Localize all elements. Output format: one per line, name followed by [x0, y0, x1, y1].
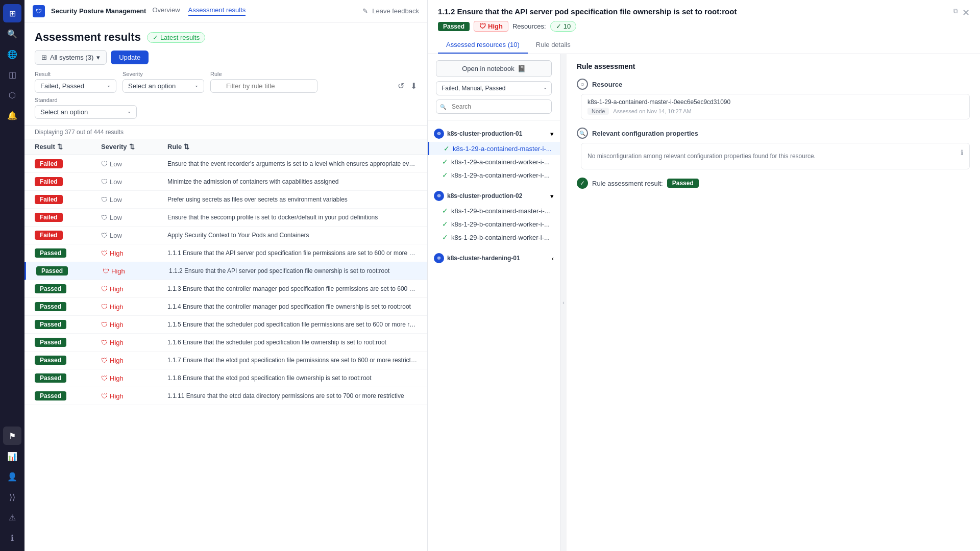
- sidebar-icon-user[interactable]: 👤: [3, 467, 21, 486]
- download-button[interactable]: ⬇: [410, 81, 417, 91]
- severity-filter-select[interactable]: Select an option: [122, 79, 204, 93]
- nav-assessment-results[interactable]: Assessment results: [188, 6, 246, 16]
- result-badge: Passed: [35, 356, 66, 365]
- sidebar-icon-info[interactable]: ℹ: [3, 529, 21, 547]
- result-badge: Failed: [35, 213, 63, 222]
- result-column-header: Result ⇅: [35, 143, 101, 151]
- severity-cell: 🛡 Low: [101, 160, 167, 168]
- tab-rule-details[interactable]: Rule details: [528, 37, 579, 54]
- result-badge: Passed: [35, 320, 66, 329]
- sidebar-icon-search[interactable]: 🔍: [3, 24, 21, 43]
- table-row[interactable]: Passed 🛡 High 1.1.8 Ensure that the etcd…: [24, 369, 427, 387]
- node-name: k8s-1-29-a-containerd-worker-i-...: [451, 171, 554, 179]
- nav-overview[interactable]: Overview: [152, 6, 180, 16]
- feedback-btn[interactable]: ✎ Leave feedback: [362, 7, 419, 15]
- app-title: Security Posture Management: [51, 7, 146, 15]
- table-row[interactable]: Passed 🛡 High 1.1.6 Ensure that the sche…: [24, 334, 427, 352]
- resource-assessed-date: Assessed on Nov 14, 10:27 AM: [613, 108, 691, 114]
- sidebar-icon-chart[interactable]: 📊: [3, 447, 21, 465]
- sidebar-icon-flag[interactable]: ⚑: [3, 427, 21, 445]
- result-badge: Failed: [35, 195, 63, 204]
- table-row[interactable]: Passed 🛡 High 1.1.4 Ensure that the cont…: [24, 298, 427, 316]
- cluster-name: k8s-cluster-hardening-01: [447, 255, 549, 262]
- sidebar-icon-home[interactable]: ⊞: [3, 4, 21, 22]
- sidebar-icon-globe[interactable]: 🌐: [3, 45, 21, 63]
- severity-cell: 🛡 High: [101, 374, 167, 382]
- table-row[interactable]: Passed 🛡 High 1.1.5 Ensure that the sche…: [24, 316, 427, 334]
- page-title: Assessment results: [35, 31, 141, 44]
- severity-icon: 🛡: [101, 392, 108, 400]
- sidebar-icon-layers[interactable]: ◫: [3, 65, 21, 84]
- rule-result-badge: Passed: [667, 179, 699, 188]
- severity-text: High: [110, 303, 124, 311]
- node-item[interactable]: ✓ k8s-1-29-a-containerd-master-i-...: [428, 142, 560, 155]
- resource-name: k8s-1-29-a-containerd-master-i-0eec6e5ec…: [587, 98, 963, 106]
- node-item[interactable]: ✓ k8s-1-29-b-containerd-worker-i-...: [428, 217, 560, 231]
- cluster-header[interactable]: ☸ k8s-cluster-production-01 ▾: [428, 126, 560, 142]
- collapse-handle[interactable]: ‹: [560, 54, 567, 551]
- sort-icon[interactable]: ⇅: [57, 143, 63, 151]
- results-count: Displaying 377 out of 444 results: [24, 126, 427, 139]
- table-row[interactable]: Passed 🛡 High 1.1.7 Ensure that the etcd…: [24, 352, 427, 369]
- sidebar-icon-bell[interactable]: 🔔: [3, 106, 21, 124]
- shield-icon: 🛡: [479, 22, 486, 30]
- detail-actions: ⧉ ✕: [953, 7, 970, 18]
- table-row[interactable]: Failed 🛡 Low Prefer using secrets as fil…: [24, 191, 427, 209]
- result-cell: Failed: [35, 213, 101, 222]
- node-item[interactable]: ✓ k8s-1-29-b-containerd-master-i-...: [428, 204, 560, 217]
- tab-assessed-resources[interactable]: Assessed resources (10): [438, 37, 528, 54]
- no-misconfig-msg: No misconfiguration among relevant confi…: [587, 148, 957, 164]
- standard-filter-select[interactable]: Select an option: [35, 105, 137, 119]
- severity-icon: 🛡: [101, 285, 108, 293]
- cluster-header[interactable]: ☸ k8s-cluster-hardening-01 ‹: [428, 250, 560, 266]
- sidebar-icon-expand[interactable]: ⟩⟩: [3, 488, 21, 506]
- table-row[interactable]: Failed 🛡 Low Apply Security Context to Y…: [24, 227, 427, 244]
- severity-text: High: [110, 392, 124, 400]
- table-row[interactable]: Failed 🛡 Low Ensure that the seccomp pro…: [24, 209, 427, 227]
- sort-icon[interactable]: ⇅: [129, 143, 135, 151]
- node-item[interactable]: ✓ k8s-1-29-b-containerd-worker-i-...: [428, 231, 560, 244]
- rule-column-header: Rule ⇅: [167, 143, 417, 151]
- resources-search-input[interactable]: [436, 99, 552, 114]
- cluster-section: ☸ k8s-cluster-production-02 ▾ ✓ k8s-1-29…: [428, 185, 560, 247]
- result-cell: Passed: [35, 320, 101, 329]
- node-item[interactable]: ✓ k8s-1-29-a-containerd-worker-i-...: [428, 168, 560, 182]
- result-badge: Passed: [35, 391, 66, 400]
- resources-filter-dropdown[interactable]: Failed, Manual, Passed: [436, 81, 552, 95]
- table-row[interactable]: Passed 🛡 High 1.1.11 Ensure that the etc…: [24, 387, 427, 405]
- resources-panel-header: Open in notebook 📓 Failed, Manual, Passe…: [428, 54, 560, 120]
- result-badge: Passed: [35, 373, 66, 383]
- severity-cell: 🛡 High: [101, 357, 167, 364]
- node-item[interactable]: ✓ k8s-1-29-a-containerd-worker-i-...: [428, 155, 560, 168]
- sort-icon[interactable]: ⇅: [184, 143, 189, 151]
- rule-search-input[interactable]: [210, 79, 317, 93]
- table-row[interactable]: Passed 🛡 High 1.1.3 Ensure that the cont…: [24, 280, 427, 298]
- reset-button[interactable]: ↺: [398, 81, 404, 91]
- check-icon: ✓: [153, 34, 158, 41]
- severity-icon: 🛡: [101, 339, 108, 346]
- severity-filter-group: Severity Select an option: [122, 71, 204, 93]
- systems-button[interactable]: ⊞ All systems (3) ▾: [35, 50, 107, 65]
- table-row[interactable]: Passed 🛡 High 1.1.2 Ensure that the API …: [24, 262, 427, 280]
- table-row[interactable]: Passed 🛡 High 1.1.1 Ensure that the API …: [24, 244, 427, 262]
- rule-filter-label: Rule: [210, 71, 317, 77]
- table-row[interactable]: Failed 🛡 Low Minimize the admission of c…: [24, 173, 427, 191]
- cluster-header[interactable]: ☸ k8s-cluster-production-02 ▾: [428, 188, 560, 204]
- sidebar-icon-warning[interactable]: ⚠: [3, 508, 21, 527]
- left-panel: 🛡 Security Posture Management Overview A…: [24, 0, 428, 551]
- node-name: k8s-1-29-b-containerd-master-i-...: [451, 207, 554, 215]
- open-notebook-button[interactable]: Open in notebook 📓: [436, 60, 552, 77]
- table-row[interactable]: Failed 🛡 Low Ensure that the event recor…: [24, 155, 427, 173]
- severity-icon: 🛡: [101, 249, 108, 257]
- detail-badges: Passed 🛡 High Resources: ✓ 10: [438, 21, 970, 32]
- sidebar-icon-box[interactable]: ⬡: [3, 86, 21, 104]
- external-link-icon[interactable]: ⧉: [953, 7, 958, 18]
- result-badge: Passed: [36, 266, 68, 276]
- node-name: k8s-1-29-a-containerd-master-i-...: [453, 145, 554, 153]
- update-button[interactable]: Update: [111, 51, 149, 64]
- resource-section-icon: ○: [577, 79, 588, 90]
- close-button[interactable]: ✕: [962, 7, 970, 18]
- severity-text: Low: [110, 160, 122, 168]
- result-filter-select[interactable]: Failed, Passed: [35, 79, 116, 93]
- rule-cell: 1.1.1 Ensure that the API server pod spe…: [167, 249, 417, 257]
